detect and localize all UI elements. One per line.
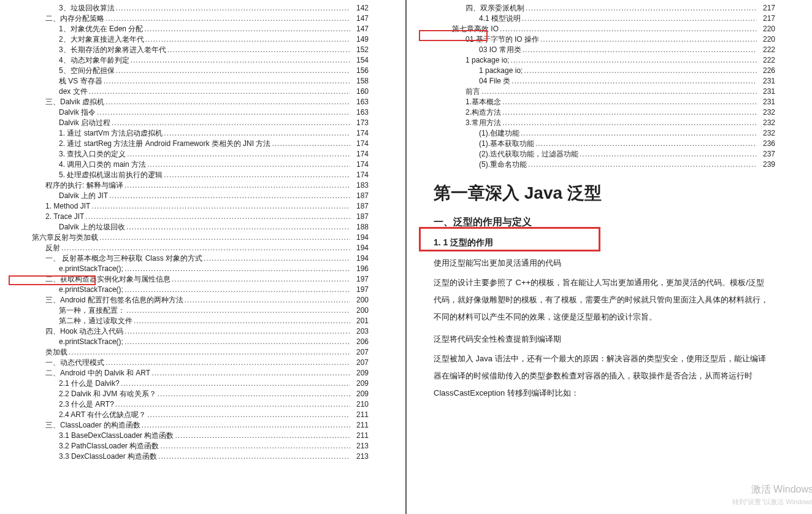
toc-page-number: 163 bbox=[351, 97, 369, 107]
toc-entry[interactable]: 1 package io;...........................… bbox=[420, 66, 775, 75]
watermark-line-2: 转到"设置"以激活 Windows bbox=[732, 497, 813, 507]
toc-entry[interactable]: (1).创建功能................................… bbox=[420, 128, 775, 138]
toc-entry[interactable]: 4、动态对象年龄判定..............................… bbox=[13, 55, 369, 65]
toc-entry[interactable]: 类加载.....................................… bbox=[13, 347, 369, 357]
toc-entry[interactable]: (1).基本获取功能..............................… bbox=[420, 139, 775, 148]
toc-leader-dots: ........................................… bbox=[158, 451, 350, 461]
toc-entry[interactable]: Dalvik 上的垃圾回收...........................… bbox=[13, 222, 369, 232]
toc-entry[interactable]: 2. Trace JIT............................… bbox=[13, 212, 369, 221]
watermark-line-1: 激活 Windows bbox=[751, 484, 812, 494]
toc-label: 1.基本概念 bbox=[465, 97, 501, 107]
toc-entry[interactable]: 栈 VS 寄存器................................… bbox=[13, 76, 369, 86]
toc-entry[interactable]: 一、动态代理模式................................… bbox=[13, 358, 369, 367]
toc-entry[interactable]: 2、大对象直接进入老年代............................… bbox=[13, 34, 369, 44]
toc-page-number: 197 bbox=[351, 285, 369, 294]
lead-paragraph: 泛型将代码安全性检查提前到编译期 bbox=[434, 331, 769, 348]
toc-leader-dots: ........................................… bbox=[124, 285, 350, 294]
toc-page-number: 149 bbox=[351, 34, 369, 44]
toc-entry[interactable]: dex 文件..................................… bbox=[13, 86, 369, 96]
toc-label: 2.构造方法 bbox=[465, 107, 501, 117]
toc-entry[interactable]: 5、空间分配担保................................… bbox=[13, 66, 369, 75]
toc-entry[interactable]: e.printStackTrace();....................… bbox=[13, 264, 369, 274]
toc-entry[interactable]: 5. 处理虚拟机退出前执行的逻辑........................… bbox=[13, 170, 369, 180]
toc-entry[interactable]: 1.基本概念..................................… bbox=[420, 97, 775, 107]
toc-entry[interactable]: 1. 通过 startVm 方法启动虚拟机...................… bbox=[13, 128, 369, 138]
toc-entry[interactable]: 2.2 Dalvik 和 JVM 有啥关系？..................… bbox=[13, 389, 369, 399]
toc-page-number: 188 bbox=[351, 222, 369, 232]
toc-entry[interactable]: 四、Hook 动态注入代码...........................… bbox=[13, 326, 369, 336]
toc-leader-dots: ........................................… bbox=[481, 86, 757, 96]
toc-entry[interactable]: 3、垃圾回收算法................................… bbox=[13, 3, 369, 13]
toc-entry[interactable]: 四、双亲委派机制................................… bbox=[420, 3, 775, 13]
toc-leader-dots: ........................................… bbox=[124, 180, 350, 190]
toc-page-number: 197 bbox=[351, 274, 369, 284]
toc-entry[interactable]: 2.4 ART 有什么优缺点呢？........................… bbox=[13, 410, 369, 420]
toc-leader-dots: ........................................… bbox=[97, 107, 350, 117]
toc-entry[interactable]: 3. 查找入口类的定义.............................… bbox=[13, 149, 369, 159]
toc-page-number: 213 bbox=[351, 441, 369, 451]
toc-entry[interactable]: 程序的执行: 解释与编译............................… bbox=[13, 180, 369, 190]
toc-entry[interactable]: 1、对象优先在 Eden 分配.........................… bbox=[13, 24, 369, 34]
toc-page-number: 200 bbox=[351, 295, 369, 305]
toc-entry[interactable]: 3.常用方法..................................… bbox=[420, 118, 775, 128]
toc-entry[interactable]: e.printStackTrace();....................… bbox=[13, 337, 369, 347]
toc-entry[interactable]: Dalvik 指令...............................… bbox=[13, 107, 369, 117]
toc-entry[interactable]: 2.构造方法..................................… bbox=[420, 107, 775, 117]
toc-page-number: 237 bbox=[758, 149, 775, 159]
toc-entry[interactable]: 2.3 什么是 ART?............................… bbox=[13, 399, 369, 409]
toc-entry[interactable]: 二、内存分配策略................................… bbox=[13, 13, 369, 23]
toc-entry[interactable]: 04 File 类...............................… bbox=[420, 76, 775, 86]
highlight-chapter-7 bbox=[419, 30, 488, 41]
toc-label: (1).创建功能 bbox=[479, 128, 519, 138]
toc-leader-dots: ........................................… bbox=[521, 128, 757, 138]
toc-entry[interactable]: 2. 通过 startReg 方法注册 Android Framework 类相… bbox=[13, 139, 369, 148]
toc-label: 1. Method JIT bbox=[45, 201, 90, 211]
toc-page-number: 187 bbox=[351, 191, 369, 201]
toc-label: e.printStackTrace(); bbox=[59, 337, 123, 347]
toc-entry[interactable]: 3.2 PathClassLoader 构造函数................… bbox=[13, 441, 369, 451]
toc-label: dex 文件 bbox=[59, 86, 88, 96]
toc-entry[interactable]: Dalvik 上的 JIT...........................… bbox=[13, 191, 369, 201]
toc-entry[interactable]: 03 IO 常用类...............................… bbox=[420, 45, 775, 55]
toc-label: 三、ClassLoader 的构造函数 bbox=[45, 420, 140, 430]
toc-entry[interactable]: 3、长期存活的对象将进入老年代.........................… bbox=[13, 45, 369, 55]
toc-entry[interactable]: 第二种，通过读取文件..............................… bbox=[13, 316, 369, 326]
toc-label: 反射 bbox=[45, 243, 60, 253]
toc-entry[interactable]: (2).迭代获取功能，过滤器功能........................… bbox=[420, 149, 775, 159]
toc-entry[interactable]: 第六章反射与类加载...............................… bbox=[13, 232, 369, 242]
toc-page-number: 156 bbox=[351, 66, 369, 75]
toc-leader-dots: ........................................… bbox=[160, 441, 350, 451]
toc-entry[interactable]: 3.3 DexClassLoader 构造函数.................… bbox=[13, 451, 369, 461]
toc-page-number: 220 bbox=[758, 34, 775, 44]
toc-entry[interactable]: 一、 反射基本概念与三种获取 Class 对象的方式..............… bbox=[13, 253, 369, 263]
toc-entry[interactable]: (5).重命名功能...............................… bbox=[420, 159, 775, 169]
toc-page-number: 209 bbox=[351, 378, 369, 388]
toc-entry[interactable]: Dalvik 启动过程.............................… bbox=[13, 118, 369, 128]
toc-entry[interactable]: 二、Android 中的 Dalvik 和 ART...............… bbox=[13, 368, 369, 378]
toc-page-number: 226 bbox=[758, 66, 775, 75]
toc-entry[interactable]: 三、Android 配置打包签名信息的两种方法.................… bbox=[13, 295, 369, 305]
toc-entry[interactable]: 2.1 什么是 Dalvik?.........................… bbox=[13, 378, 369, 388]
toc-label: (2).迭代获取功能，过滤器功能 bbox=[479, 149, 578, 159]
toc-entry[interactable]: 4. 调用入口类的 main 方法.......................… bbox=[13, 159, 369, 169]
toc-entry[interactable]: 第一种，直接配置：...............................… bbox=[13, 305, 369, 315]
toc-leader-dots: ........................................… bbox=[105, 358, 350, 367]
toc-leader-dots: ........................................… bbox=[151, 368, 350, 378]
toc-leader-dots: ........................................… bbox=[126, 305, 350, 315]
toc-leader-dots: ........................................… bbox=[164, 170, 350, 180]
toc-page-number: 222 bbox=[758, 45, 775, 55]
toc-page-number: 206 bbox=[351, 337, 369, 347]
toc-leader-dots: ........................................… bbox=[142, 420, 350, 430]
toc-label: 四、双亲委派机制 bbox=[465, 3, 524, 13]
toc-entry[interactable]: 1. Method JIT...........................… bbox=[13, 201, 369, 211]
toc-page-number: 217 bbox=[758, 13, 775, 23]
toc-entry[interactable]: 反射......................................… bbox=[13, 243, 369, 253]
toc-page-number: 209 bbox=[351, 368, 369, 378]
toc-entry[interactable]: 三、ClassLoader 的构造函数.....................… bbox=[13, 420, 369, 430]
toc-entry[interactable]: 1 package io;...........................… bbox=[420, 55, 775, 65]
toc-entry[interactable]: 三、Dalvik 虚拟机............................… bbox=[13, 97, 369, 107]
toc-entry[interactable]: 4.1 模型说明................................… bbox=[420, 13, 775, 23]
toc-entry[interactable]: e.printStackTrace();....................… bbox=[13, 285, 369, 294]
toc-entry[interactable]: 前言......................................… bbox=[420, 86, 775, 96]
toc-entry[interactable]: 3.1 BaseDexClassLoader 构造函数.............… bbox=[13, 431, 369, 440]
